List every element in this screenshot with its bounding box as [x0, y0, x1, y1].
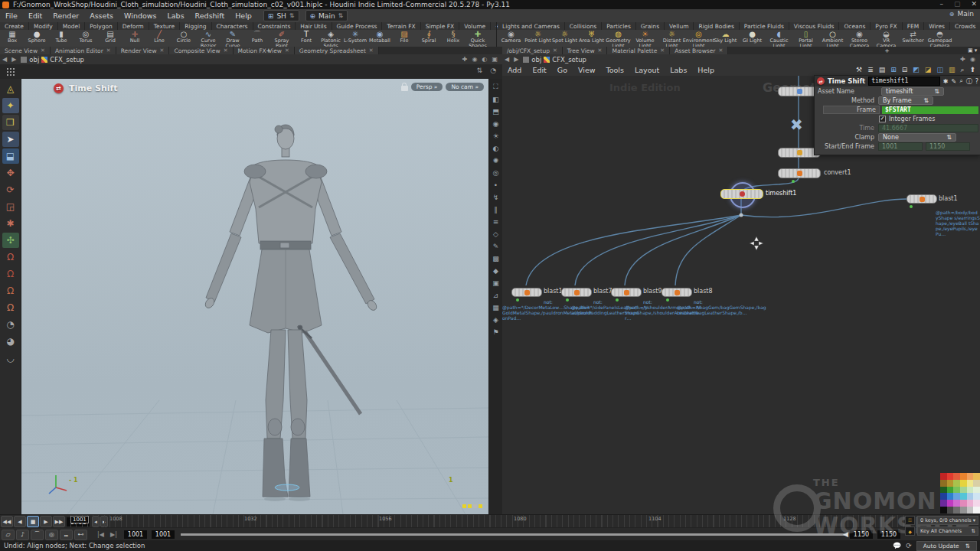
audio-icon[interactable]: ♪	[16, 530, 29, 540]
list-view-icon[interactable]: ⊟	[902, 66, 908, 74]
display-option-icon[interactable]: ✺	[491, 155, 501, 165]
shelf-tool[interactable]: ▯ Portal Light	[792, 31, 819, 47]
viewport-tool-icon[interactable]: ⬓	[2, 148, 19, 164]
integer-frames-checkbox[interactable]: ✓	[879, 116, 886, 122]
palette-swatch[interactable]	[973, 507, 980, 514]
network-menu-item[interactable]: Edit	[527, 66, 551, 74]
frame-value-field[interactable]: $FSTART	[882, 106, 978, 114]
shelf-tab[interactable]: Crowds	[950, 22, 980, 30]
palette-swatch[interactable]	[947, 493, 954, 500]
palette-swatch[interactable]	[973, 487, 980, 494]
render-flag[interactable]	[616, 298, 619, 302]
lock-icon[interactable]	[401, 86, 408, 91]
camera-select-button[interactable]: No cam »	[446, 83, 484, 91]
palette-swatch[interactable]	[967, 473, 974, 480]
network-menu-item[interactable]: Add	[502, 66, 527, 74]
auto-update-dropdown[interactable]: Auto Update⇅	[916, 541, 977, 551]
shelf-tool[interactable]: ◉ Metaball	[368, 31, 392, 47]
menu-item[interactable]: File	[0, 11, 23, 20]
arc-icon[interactable]: ⌒	[31, 530, 44, 540]
render-flag[interactable]	[910, 205, 913, 208]
node-name-field[interactable]: timeshift1	[868, 77, 940, 86]
back-icon[interactable]: ◀	[505, 56, 509, 63]
viewport-tool-icon[interactable]: ◲	[2, 199, 19, 214]
network-menu-item[interactable]: Help	[692, 66, 720, 74]
shelf-tool[interactable]: ✛ Null	[122, 31, 147, 47]
viewport-warning-icons[interactable]	[462, 504, 482, 508]
snapshot-icon[interactable]: ◩	[913, 66, 920, 74]
node-blast1[interactable]	[906, 194, 937, 204]
viewport-tool-icon[interactable]: ✱	[2, 216, 19, 231]
character-model[interactable]	[204, 125, 378, 501]
palette-swatch[interactable]	[960, 493, 967, 500]
display-option-icon[interactable]: ≡	[491, 217, 501, 227]
shelf-tool[interactable]: ◖ Caustic Light	[766, 31, 792, 47]
display-option-icon[interactable]: ↯	[491, 192, 501, 202]
pane-tab[interactable]: Material Palette✕	[607, 47, 670, 54]
viewport-tool-icon[interactable]: ◡	[2, 350, 19, 366]
viewport-tool-icon[interactable]: ➤	[2, 132, 19, 147]
display-option-icon[interactable]: ▩	[491, 253, 501, 263]
prev-frame-button[interactable]: ◀	[14, 516, 26, 527]
range-start-field[interactable]: 1001	[124, 530, 147, 539]
shelf-tab[interactable]: Polygon	[85, 22, 117, 30]
palette-swatch[interactable]	[940, 507, 947, 514]
range-end-field2[interactable]: 1150	[877, 530, 900, 539]
close-tab-icon[interactable]: ✕	[660, 47, 665, 54]
palette-swatch[interactable]	[947, 480, 954, 487]
method-dropdown[interactable]: By Frame⇅	[878, 96, 933, 105]
shelf-tool[interactable]: ▨ File	[392, 31, 416, 47]
shelf-tab[interactable]: Hair Utils	[296, 22, 332, 30]
shelf-tab[interactable]: Model	[58, 22, 86, 30]
viewport-tool-icon[interactable]: ❒	[2, 115, 19, 130]
grid-view-icon[interactable]: ⊞	[890, 66, 897, 74]
shelf-tool[interactable]: ✎ Draw Curve	[220, 31, 245, 47]
pane-tab[interactable]: Render View✕	[116, 47, 170, 54]
add-pane-tab-button[interactable]: ＋	[260, 47, 276, 54]
display-option-icon[interactable]: ◎	[491, 168, 501, 178]
menu-item[interactable]: Windows	[119, 11, 162, 20]
close-tab-icon[interactable]: ✕	[160, 47, 165, 54]
network-menu-item[interactable]: Go	[552, 66, 573, 74]
display-option-icon[interactable]: ⊿	[491, 290, 501, 300]
shelf-tab[interactable]: Simple FX	[421, 22, 459, 30]
clamp-dropdown[interactable]: None⇅	[878, 133, 956, 142]
viewport-tool-icon[interactable]: ◕	[2, 334, 19, 349]
play-button[interactable]: ▶	[40, 516, 52, 527]
menu-item[interactable]: Redshift	[190, 11, 230, 20]
shelf-tab[interactable]: FEM	[903, 22, 925, 30]
range-end-icon[interactable]: ▶|	[108, 530, 119, 540]
palette-swatch[interactable]	[953, 487, 960, 494]
display-option-icon[interactable]: ⚑	[491, 327, 501, 337]
palette-swatch[interactable]	[947, 473, 954, 480]
palette-swatch[interactable]	[967, 493, 974, 500]
tools-icon[interactable]: ⚒	[856, 66, 862, 74]
breadcrumb-root[interactable]: obj	[531, 56, 541, 64]
close-tab-icon[interactable]: ✕	[41, 47, 45, 54]
keys-summary-dropdown[interactable]: 0 keys, 0/0 channels▾	[917, 516, 978, 525]
stop-button[interactable]: ■	[27, 516, 39, 527]
range-slider-icon[interactable]: ⊷	[74, 530, 87, 540]
shelf-tab[interactable]: Lights and Cameras	[498, 22, 565, 30]
frame-label[interactable]: Frame	[823, 106, 880, 114]
shelf-tool[interactable]: ✐ Spray Paint	[270, 31, 294, 47]
shelf-tab[interactable]: Grains	[636, 22, 665, 30]
shelf-tool[interactable]: ◈ Platonic Solids	[318, 31, 343, 47]
shelf-tab[interactable]: Modify	[29, 22, 58, 30]
palette-swatch[interactable]	[973, 473, 980, 480]
shelf-tool[interactable]: § Helix	[441, 31, 466, 47]
render-flag[interactable]	[566, 298, 569, 302]
node-blast10[interactable]	[511, 288, 542, 297]
forward-icon[interactable]: ▶	[11, 56, 16, 63]
palette-swatch[interactable]	[967, 480, 974, 487]
minimize-button[interactable]: –	[939, 0, 943, 8]
tempo-icon[interactable]: ⑉	[60, 530, 73, 540]
shelf-tool[interactable]: ▦ Box	[0, 31, 24, 47]
shelf-tool[interactable]: ● Sphere	[24, 31, 49, 47]
shelf-tool[interactable]: ☼ Point Light	[524, 31, 551, 47]
shelf-tool[interactable]: ◎ Environment Light	[685, 31, 712, 47]
shelf-tab[interactable]: Particles	[602, 22, 636, 30]
viewport-tool-icon[interactable]: Ω	[2, 283, 19, 298]
shelf-tab[interactable]: Deform	[118, 22, 149, 30]
palette-swatch[interactable]	[947, 507, 954, 514]
